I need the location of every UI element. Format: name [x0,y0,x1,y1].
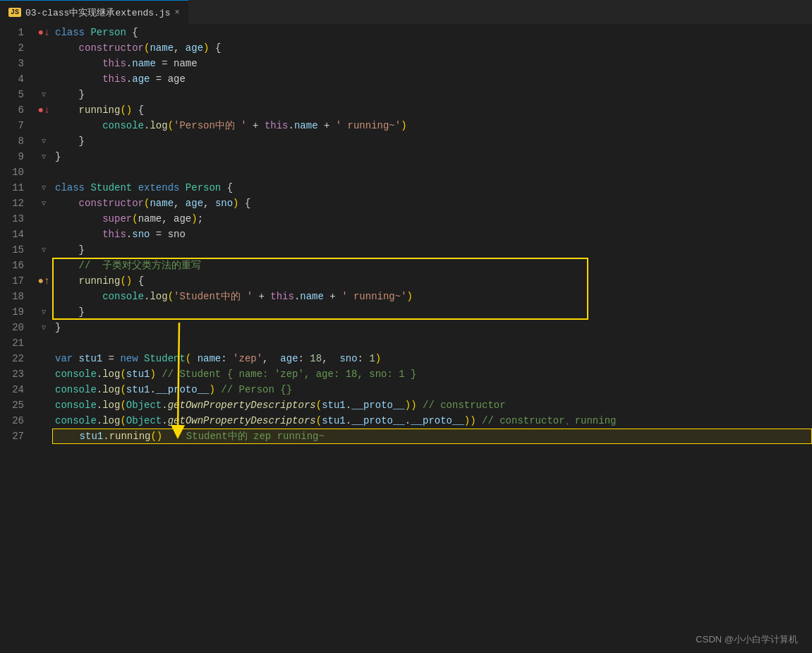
token-kw: new [120,351,144,366]
token-plain: { [132,102,144,118]
code-line: console.log(Object.getOwnPropertyDescrip… [52,397,812,413]
fold-icon[interactable]: ▽ [42,137,46,145]
side-icon-cell [35,335,52,351]
code-line: this.name = name [52,56,812,71]
tab-bar: JS 03-class中实现继承extends.js × [0,0,812,25]
token-kw: class [55,25,90,40]
token-plain: = [156,56,174,71]
code-line: class Person { [52,25,812,40]
token-paren: ) [375,351,381,366]
token-plain: { [132,273,144,289]
token-kw2: constructor [55,196,144,211]
line-number: 10 [6,164,24,180]
code-line: } [52,242,812,258]
fold-icon[interactable]: ▽ [42,90,46,99]
watermark: CSDN @小小白学计算机 [696,633,798,646]
token-plain: { [239,196,251,211]
code-line: running() { [52,102,812,118]
token-kw2: this [55,71,126,87]
token-paren: )) [464,413,476,429]
token-console-cls: console [55,366,97,382]
line-number: 2 [6,40,24,56]
token-paren: ) [233,196,238,211]
token-paren: ( [144,196,150,211]
token-plain: , [262,351,280,366]
fold-icon[interactable]: ▽ [42,308,46,316]
code-line: console.log('Student中的 ' + this.name + '… [52,289,812,304]
code-line: constructor(name, age) { [52,40,812,56]
token-paren: ) [150,366,155,382]
token-paren: ) [203,40,209,56]
fold-icon[interactable]: ▽ [42,246,46,254]
line-number: 25 [6,397,24,413]
fold-icon[interactable]: ▽ [42,184,46,192]
token-plain: = [102,351,120,366]
side-icon-cell: ●↑ [35,273,52,289]
token-named-param: sno [339,351,357,366]
side-icon-cell [35,118,52,133]
token-num: 18 [310,351,322,366]
token-comment: Student中的 zep running~ [162,429,325,444]
line-number: 20 [6,320,24,335]
token-plain: = [150,71,167,87]
line-number: 24 [6,382,24,397]
editor: 1234567891011121314151617181920212223242… [0,25,812,653]
token-kw2: super [55,211,132,227]
line-number: 11 [6,180,24,196]
token-prop: __proto__ [156,382,210,397]
token-prop: name [300,289,324,304]
fold-icon[interactable]: ▽ [42,199,46,208]
code-line: super(name, age); [52,211,812,227]
token-str: 'Student中的 ' [174,289,253,304]
line-number: 3 [6,56,24,71]
code-line: } [52,133,812,149]
fold-icon[interactable]: ▽ [42,152,46,161]
token-prop: name [132,56,156,71]
token-plain: . [346,413,351,429]
side-icon-cell [35,56,52,71]
token-plain: ; [198,211,203,227]
code-line: console.log('Person中的 ' + this.name + ' … [52,118,812,133]
token-plain: . [162,413,167,429]
token-prop: age [186,196,203,211]
token-paren: ( [120,366,126,382]
line-number: 7 [6,118,24,133]
token-console-cls: console [55,289,144,304]
file-tab[interactable]: JS 03-class中实现继承extends.js × [0,0,188,25]
token-fn: running [55,273,120,289]
token-prop: stu1 [126,366,150,382]
fold-icon[interactable]: ▽ [42,323,46,332]
side-icon-cell [35,382,52,397]
side-icon-cell [35,429,52,444]
token-paren: ( [186,351,191,366]
token-plain: } [55,320,61,335]
side-icon-cell: ▽ [35,242,52,258]
close-icon[interactable]: × [174,8,179,18]
token-plain: } [55,133,85,149]
token-plain: { [209,40,221,56]
token-prop: stu1 [126,382,150,397]
token-paren: ( [120,382,126,397]
side-icon-cell [35,71,52,87]
token-plain: . [162,397,167,413]
token-prop: sno [132,227,150,242]
token-prop: sno [215,196,233,211]
line-number: 9 [6,149,24,164]
code-line: } [52,87,812,102]
line-number: 4 [6,71,24,87]
line-number: 27 [6,429,24,444]
token-method: running [109,429,151,444]
code-line: console.log(stu1) // Student { name: 'ze… [52,366,812,382]
token-kw2: this [55,56,126,71]
token-comment: // constructor、running [476,413,617,429]
side-icon-cell: ●↓ [35,25,52,40]
line-number: 18 [6,289,24,304]
token-plain: . [126,227,132,242]
token-plain: + [247,118,265,133]
token-plain: age [168,71,186,87]
line-number: 21 [6,335,24,351]
token-plain: . [144,118,150,133]
token-str: 'Person中的 ' [174,118,247,133]
js-file-icon: JS [8,8,21,17]
code-area[interactable]: class Person { constructor(name, age) { … [52,25,812,653]
